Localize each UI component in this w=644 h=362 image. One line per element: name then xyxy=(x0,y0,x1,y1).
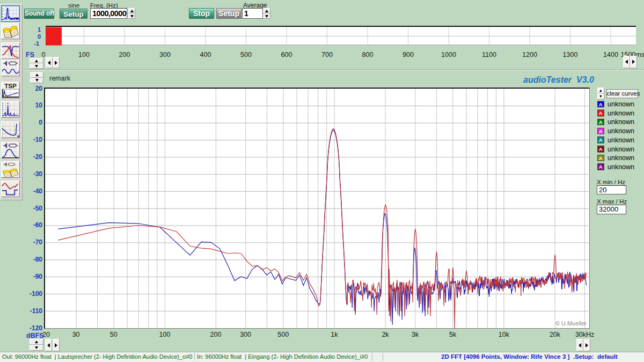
svg-text:TSP: TSP xyxy=(4,82,17,89)
svg-text:w: w xyxy=(17,133,19,137)
svg-text:© U.Mueller: © U.Mueller xyxy=(555,320,586,327)
